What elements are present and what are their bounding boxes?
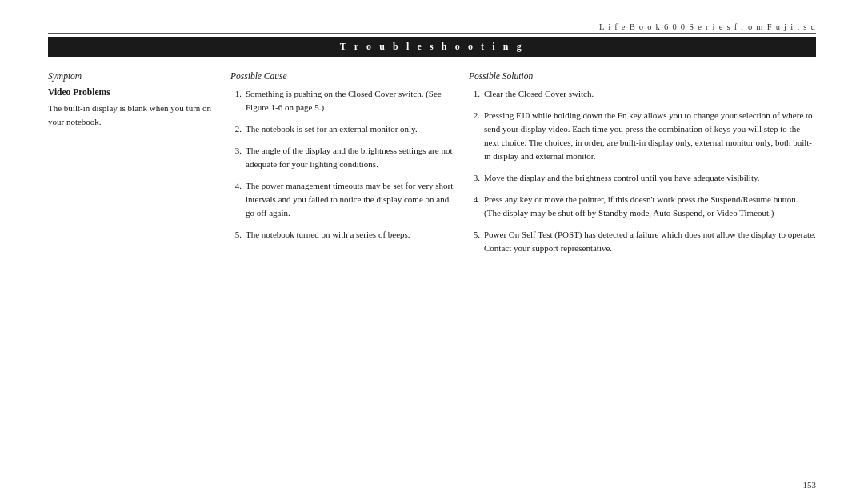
list-item: 5.Power On Self Test (POST) has detected… <box>469 228 816 255</box>
brand-text: L i f e B o o k 6 0 0 S e r i e s f r o … <box>599 22 816 31</box>
symptom-column: Symptom Video Problems The built-in disp… <box>48 71 216 263</box>
solution-text: Press any key or move the pointer, if th… <box>484 193 816 220</box>
page-number: 153 <box>803 480 817 490</box>
section-title-text: T r o u b l e s h o o t i n g <box>340 41 525 52</box>
symptom-header: Symptom <box>48 71 216 81</box>
solution-num: 5. <box>469 228 480 255</box>
solution-num: 4. <box>469 193 480 220</box>
solution-text: Power On Self Test (POST) has detected a… <box>484 228 816 255</box>
list-item: 2.The notebook is set for an external mo… <box>230 122 454 136</box>
solution-num: 3. <box>469 171 480 185</box>
cause-num: 3. <box>230 144 242 171</box>
list-item: 1.Something is pushing on the Closed Cov… <box>230 87 454 114</box>
cause-num: 5. <box>230 228 242 242</box>
solution-text: Move the display and the brightness cont… <box>484 171 816 185</box>
list-item: 4.Press any key or move the pointer, if … <box>469 193 816 220</box>
page-header: L i f e B o o k 6 0 0 S e r i e s f r o … <box>48 22 816 34</box>
cause-text: The angle of the display and the brightn… <box>246 144 454 171</box>
solution-text: Pressing F10 while holding down the Fn k… <box>484 109 816 163</box>
cause-num: 2. <box>230 122 242 136</box>
solution-column: Possible Solution 1.Clear the Closed Cov… <box>469 71 816 263</box>
list-item: 2.Pressing F10 while holding down the Fn… <box>469 109 816 163</box>
cause-text: The notebook is set for an external moni… <box>246 122 454 136</box>
section-title-bar: T r o u b l e s h o o t i n g <box>48 37 816 57</box>
video-problems-title: Video Problems <box>48 87 216 97</box>
cause-column: Possible Cause 1.Something is pushing on… <box>230 71 454 263</box>
cause-text: Something is pushing on the Closed Cover… <box>246 87 454 114</box>
list-item: 1.Clear the Closed Cover switch. <box>469 87 816 101</box>
solution-text: Clear the Closed Cover switch. <box>484 87 816 101</box>
content-grid: Symptom Video Problems The built-in disp… <box>48 71 816 263</box>
symptom-description: The built-in display is blank when you t… <box>48 102 216 129</box>
solution-header: Possible Solution <box>469 71 816 81</box>
list-item: 4.The power management timeouts may be s… <box>230 179 454 220</box>
cause-text: The power management timeouts may be set… <box>246 179 454 220</box>
list-item: 3.Move the display and the brightness co… <box>469 171 816 185</box>
list-item: 5.The notebook turned on with a series o… <box>230 228 454 242</box>
solution-num: 2. <box>469 109 480 163</box>
solution-num: 1. <box>469 87 480 101</box>
cause-header: Possible Cause <box>230 71 454 81</box>
cause-list: 1.Something is pushing on the Closed Cov… <box>230 87 454 242</box>
solution-list: 1.Clear the Closed Cover switch.2.Pressi… <box>469 87 816 255</box>
cause-text: The notebook turned on with a series of … <box>246 228 454 242</box>
cause-num: 4. <box>230 179 242 220</box>
page: L i f e B o o k 6 0 0 S e r i e s f r o … <box>0 0 864 504</box>
cause-num: 1. <box>230 87 242 114</box>
list-item: 3.The angle of the display and the brigh… <box>230 144 454 171</box>
